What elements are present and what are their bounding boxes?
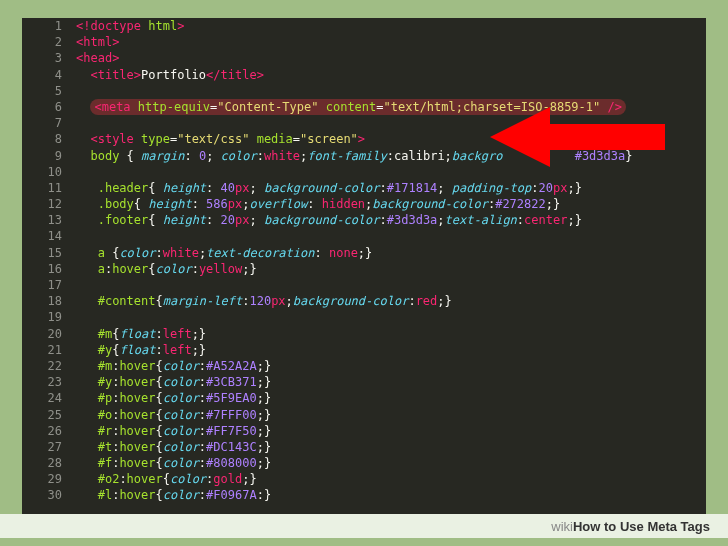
code-line[interactable]: #p:hover{color:#5F9EA0;} [76,390,706,406]
code-line[interactable]: a:hover{color:yellow;} [76,261,706,277]
code-line[interactable]: .body{ height: 586px;overflow: hidden;ba… [76,196,706,212]
line-number: 2 [22,34,76,50]
code-line[interactable] [76,228,706,244]
code-line[interactable]: #l:hover{color:#F0967A:} [76,487,706,503]
article-title: How to Use Meta Tags [573,519,710,534]
line-gutter: 1234567891011121314151617181920212223242… [22,18,76,514]
line-number: 6 [22,99,76,115]
line-number: 7 [22,115,76,131]
code-line[interactable]: #o2:hover{color:gold;} [76,471,706,487]
code-content[interactable]: <!doctype html><html><head> <title>Portf… [76,18,706,514]
code-line[interactable]: #m:hover{color:#A52A2A;} [76,358,706,374]
attribution-footer: wikiHow to Use Meta Tags [0,514,728,538]
code-line[interactable] [76,277,706,293]
code-line[interactable]: #o:hover{color:#7FFF00;} [76,407,706,423]
line-number: 29 [22,471,76,487]
code-line[interactable]: <html> [76,34,706,50]
line-number: 12 [22,196,76,212]
line-number: 22 [22,358,76,374]
line-number: 24 [22,390,76,406]
line-number: 18 [22,293,76,309]
brand-label: wiki [551,519,573,534]
line-number: 27 [22,439,76,455]
line-number: 23 [22,374,76,390]
code-line[interactable]: #r:hover{color:#FF7F50;} [76,423,706,439]
code-line[interactable]: #y:hover{color:#3CB371;} [76,374,706,390]
code-line[interactable]: <style type="text/css" media="screen"> [76,131,706,147]
line-number: 1 [22,18,76,34]
code-line[interactable]: <title>Portfolio</title> [76,67,706,83]
code-line[interactable]: <!doctype html> [76,18,706,34]
code-line[interactable]: <head> [76,50,706,66]
code-line[interactable] [76,115,706,131]
code-editor[interactable]: 1234567891011121314151617181920212223242… [22,18,706,514]
line-number: 14 [22,228,76,244]
line-number: 3 [22,50,76,66]
code-line[interactable]: #f:hover{color:#808000;} [76,455,706,471]
code-line[interactable]: .footer{ height: 20px; background-color:… [76,212,706,228]
code-line[interactable]: #content{margin-left:120px;background-co… [76,293,706,309]
line-number: 13 [22,212,76,228]
code-line[interactable] [76,164,706,180]
line-number: 8 [22,131,76,147]
code-line[interactable]: #y{float:left;} [76,342,706,358]
line-number: 20 [22,326,76,342]
line-number: 17 [22,277,76,293]
line-number: 26 [22,423,76,439]
code-line[interactable]: #m{float:left;} [76,326,706,342]
code-line[interactable]: .header{ height: 40px; background-color:… [76,180,706,196]
code-line[interactable]: #t:hover{color:#DC143C;} [76,439,706,455]
code-line[interactable]: a {color:white;text-decoration: none;} [76,245,706,261]
line-number: 4 [22,67,76,83]
line-number: 19 [22,309,76,325]
code-line[interactable]: body { margin: 0; color:white;font-famil… [76,148,706,164]
line-number: 10 [22,164,76,180]
line-number: 16 [22,261,76,277]
line-number: 11 [22,180,76,196]
code-line[interactable] [76,83,706,99]
line-number: 21 [22,342,76,358]
line-number: 30 [22,487,76,503]
code-line[interactable] [76,309,706,325]
line-number: 15 [22,245,76,261]
line-number: 5 [22,83,76,99]
line-number: 25 [22,407,76,423]
code-line[interactable]: <meta http-equiv="Content-Type" content=… [76,99,706,115]
line-number: 9 [22,148,76,164]
line-number: 28 [22,455,76,471]
